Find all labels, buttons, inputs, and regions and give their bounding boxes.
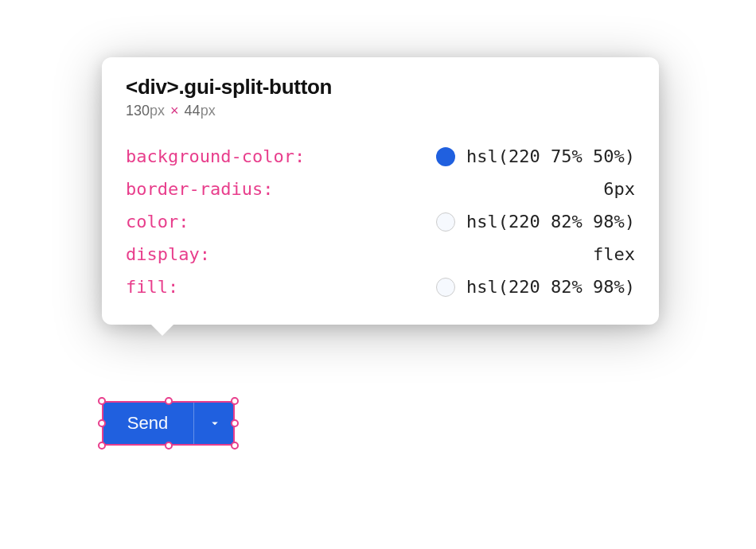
property-value-text: hsl(220 82% 98%) <box>466 213 635 231</box>
property-value-text: 6px <box>603 181 635 198</box>
element-selector: <div>.gui-split-button <box>126 75 635 99</box>
send-button[interactable]: Send <box>102 401 193 446</box>
property-value: hsl(220 82% 98%) <box>436 278 635 297</box>
inspector-tooltip: <div>.gui-split-button 130px × 44px back… <box>102 57 659 325</box>
split-button-container: Send <box>102 401 235 446</box>
properties-list: background-colorhsl(220 75% 50%)border-r… <box>126 140 635 304</box>
property-value: hsl(220 82% 98%) <box>436 212 635 232</box>
property-value-text: flex <box>593 246 635 263</box>
property-value: 6px <box>603 181 635 198</box>
property-value-text: hsl(220 82% 98%) <box>466 278 635 296</box>
property-row: fillhsl(220 82% 98%) <box>126 271 635 304</box>
property-value-text: hsl(220 75% 50%) <box>466 148 635 165</box>
property-row: border-radius6px <box>126 173 635 205</box>
gui-split-button: Send <box>102 401 235 446</box>
property-value: hsl(220 75% 50%) <box>436 147 635 166</box>
property-row: background-colorhsl(220 75% 50%) <box>126 140 635 173</box>
property-row: displayflex <box>126 239 635 271</box>
property-row: colorhsl(220 82% 98%) <box>126 205 635 239</box>
color-swatch <box>436 147 455 166</box>
property-name: background-color <box>126 148 305 165</box>
color-swatch <box>436 212 455 232</box>
property-name: fill <box>126 278 178 296</box>
property-value: flex <box>593 246 635 263</box>
color-swatch <box>436 278 455 297</box>
property-name: display <box>126 246 210 263</box>
element-dimensions: 130px × 44px <box>126 103 635 119</box>
property-name: color <box>126 213 189 231</box>
property-name: border-radius <box>126 181 273 198</box>
chevron-down-icon <box>208 416 222 430</box>
dropdown-toggle-button[interactable] <box>193 401 235 446</box>
send-button-label: Send <box>127 413 168 434</box>
